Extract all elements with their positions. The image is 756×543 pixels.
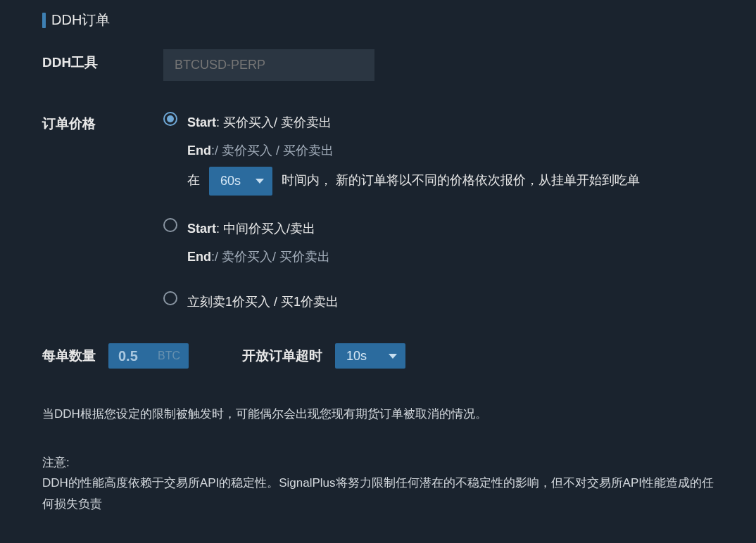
radio-button-1[interactable] bbox=[163, 112, 177, 126]
chevron-down-icon bbox=[256, 179, 264, 184]
opt1-start-text: : 买价买入/ 卖价卖出 bbox=[216, 115, 332, 129]
radio-dot-icon bbox=[167, 115, 174, 122]
qty-unit: BTC bbox=[156, 347, 189, 365]
qty-input-wrapper: BTC bbox=[108, 343, 189, 369]
radio-button-3[interactable] bbox=[163, 291, 177, 305]
tool-input[interactable] bbox=[163, 49, 374, 81]
section-title-text: DDH订单 bbox=[51, 11, 110, 30]
tool-row: DDH工具 bbox=[42, 49, 714, 81]
opt1-timing-prefix: 在 bbox=[187, 173, 200, 187]
opt3-text: 立刻卖1价买入 / 买1价卖出 bbox=[187, 295, 339, 309]
chevron-down-icon bbox=[389, 354, 397, 359]
timing-select-value: 60s bbox=[220, 169, 241, 193]
price-option-1-body: Start: 买价买入/ 卖价卖出 End:/ 卖价买入 / 买价卖出 在 60… bbox=[187, 110, 714, 196]
price-radio-group: Start: 买价买入/ 卖价卖出 End:/ 卖价买入 / 买价卖出 在 60… bbox=[163, 110, 714, 314]
radio-button-2[interactable] bbox=[163, 218, 177, 232]
timeout-label: 开放订单超时 bbox=[242, 347, 322, 365]
title-accent-bar bbox=[42, 13, 46, 28]
opt2-end-text: :/ 卖价买入/ 买价卖出 bbox=[211, 250, 330, 264]
note-label: 注意: bbox=[42, 452, 714, 473]
qty-value-input[interactable] bbox=[108, 345, 156, 367]
opt2-start-text: : 中间价买入/卖出 bbox=[216, 222, 315, 236]
qty-label: 每单数量 bbox=[42, 347, 96, 365]
price-option-2-body: Start: 中间价买入/卖出 End:/ 卖价买入/ 买价卖出 bbox=[187, 217, 714, 269]
info-text: 当DDH根据您设定的限制被触发时，可能偶尔会出现您现有期货订单被取消的情况。 bbox=[42, 404, 714, 426]
section-title: DDH订单 bbox=[42, 11, 714, 30]
opt2-start-label: Start bbox=[187, 222, 216, 236]
tool-label: DDH工具 bbox=[42, 49, 163, 72]
timeout-select[interactable]: 10s bbox=[335, 343, 405, 369]
price-option-2: Start: 中间价买入/卖出 End:/ 卖价买入/ 买价卖出 bbox=[163, 217, 714, 269]
opt1-end-label: End bbox=[187, 143, 211, 158]
price-row: 订单价格 Start: 买价买入/ 卖价卖出 End:/ 卖价买入 / 买价卖出… bbox=[42, 110, 714, 314]
timing-select[interactable]: 60s bbox=[209, 167, 272, 195]
price-option-1: Start: 买价买入/ 卖价卖出 End:/ 卖价买入 / 买价卖出 在 60… bbox=[163, 110, 714, 196]
opt1-start-label: Start bbox=[187, 115, 216, 129]
opt2-end-label: End bbox=[187, 250, 211, 264]
bottom-controls: 每单数量 BTC 开放订单超时 10s bbox=[42, 343, 714, 369]
opt1-timing-suffix: 时间内， 新的订单将以不同的价格依次报价，从挂单开始到吃单 bbox=[282, 173, 640, 187]
note-block: 注意: DDH的性能高度依赖于交易所API的稳定性。SignalPlus将努力限… bbox=[42, 452, 714, 515]
timeout-value: 10s bbox=[346, 349, 367, 364]
price-option-3: 立刻卖1价买入 / 买1价卖出 bbox=[163, 290, 714, 314]
opt1-end-text: :/ 卖价买入 / 买价卖出 bbox=[211, 143, 334, 158]
note-text: DDH的性能高度依赖于交易所API的稳定性。SignalPlus将努力限制任何潜… bbox=[42, 473, 714, 515]
price-label: 订单价格 bbox=[42, 110, 163, 133]
price-option-3-body: 立刻卖1价买入 / 买1价卖出 bbox=[187, 290, 714, 314]
